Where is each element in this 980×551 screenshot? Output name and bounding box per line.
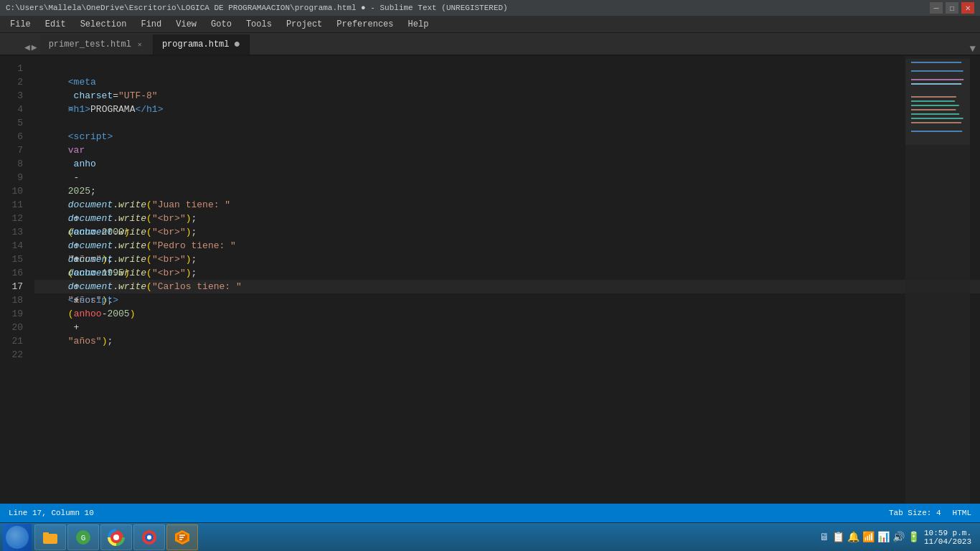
menu-selection[interactable]: Selection (73, 16, 134, 32)
status-left: Line 17, Column 10 (9, 509, 94, 517)
clock-time: 10:59 p.m. (924, 529, 971, 537)
code-line-7 (34, 143, 980, 157)
status-tab-size[interactable]: Tab Size: 4 (889, 509, 941, 517)
menu-help[interactable]: Help (401, 16, 436, 32)
taskbar-app-sublime[interactable] (166, 524, 198, 550)
menu-view[interactable]: View (169, 16, 204, 32)
tray-icons: 🖥 📋 🔔 📶 📊 🔊 🔋 (819, 531, 920, 543)
close-button[interactable]: ✕ (961, 2, 974, 14)
start-button[interactable] (3, 524, 32, 551)
code-line-9: document.write("Juan tiene: " + (anho-20… (34, 171, 980, 184)
menu-find[interactable]: Find (133, 16, 169, 32)
minimize-button[interactable]: ─ (930, 2, 943, 14)
code-line-6: var anho - 2025; (34, 130, 980, 143)
taskbar-app-explorer[interactable] (34, 524, 66, 550)
code-line-20 (34, 321, 980, 334)
menu-project[interactable]: Project (279, 16, 329, 32)
tab-label-programa: programa.html (162, 39, 230, 50)
tray-sound-icon: 🔊 (892, 531, 905, 543)
taskbar: G (0, 522, 980, 551)
tray-signal-icon: 📊 (877, 531, 890, 543)
menu-tools[interactable]: Tools (239, 16, 279, 32)
tab-prev-arrow[interactable]: ◀ (24, 42, 30, 53)
tray-bluetooth-icon: 📶 (862, 531, 875, 543)
tab-programa[interactable]: programa.html ● (154, 34, 250, 55)
tray-monitor-icon: 🖥 (819, 532, 829, 543)
status-syntax[interactable]: HTML (953, 509, 971, 517)
menu-preferences[interactable]: Preferences (329, 16, 400, 32)
green-app-icon: G (75, 529, 92, 546)
code-editor[interactable]: <meta charset="UTF-8" > <h1>PROGRAMA</h1… (29, 56, 980, 504)
windows-orb-icon (6, 526, 29, 549)
code-line-22 (34, 348, 980, 362)
taskbar-app-green[interactable]: G (67, 524, 99, 550)
taskbar-right: 🖥 📋 🔔 📶 📊 🔊 🔋 10:59 p.m. 11/04/2023 (819, 529, 977, 546)
code-line-1: <meta charset="UTF-8" > (34, 62, 980, 75)
svg-point-8 (113, 534, 119, 540)
taskbar-app-chrome2[interactable] (133, 524, 165, 550)
status-bar: Line 17, Column 10 Tab Size: 4 HTML (0, 504, 980, 522)
code-line-3: <h1>PROGRAMA</h1> (34, 89, 980, 103)
code-line-4 (34, 103, 980, 116)
code-line-19 (34, 307, 980, 321)
editor-area: 1 2 3 4 5 6 7 8 9 10 11 12 13 14 15 16 1… (0, 56, 980, 504)
title-bar: C:\Users\Mallela\OneDrive\Escritorio\LOG… (0, 0, 980, 16)
svg-text:G: G (81, 534, 86, 542)
taskbar-app-chrome[interactable] (100, 524, 132, 550)
code-line-21 (34, 334, 980, 348)
clock-date: 11/04/2023 (924, 537, 971, 546)
code-line-8 (34, 157, 980, 171)
tab-dropdown-button[interactable]: ▼ (970, 43, 980, 55)
code-line-2 (34, 75, 980, 89)
status-position[interactable]: Line 17, Column 10 (9, 509, 94, 517)
menu-file[interactable]: File (3, 16, 38, 32)
tab-bar: ◀ ▶ primer_test.html ✕ programa.html ● ▼ (0, 33, 980, 56)
tab-close-primer-test[interactable]: ✕ (136, 40, 144, 49)
menu-edit[interactable]: Edit (38, 16, 73, 32)
window-controls: ─ □ ✕ (930, 2, 974, 14)
tray-app1-icon: 📋 (832, 531, 844, 543)
svg-rect-0 (43, 534, 57, 544)
tab-primer-test[interactable]: primer_test.html ✕ (40, 34, 154, 55)
menu-goto[interactable]: Goto (204, 16, 239, 32)
folder-icon (42, 529, 59, 546)
code-line-5: <script> (34, 116, 980, 130)
chrome-icon (108, 529, 125, 546)
tab-label: primer_test.html (49, 39, 131, 50)
tray-battery-icon: 🔋 (908, 531, 920, 543)
tray-app2-icon: 🔔 (847, 531, 859, 543)
minimap[interactable] (905, 56, 970, 504)
minimap-canvas (905, 59, 970, 145)
tab-dirty-indicator: ● (234, 39, 241, 50)
svg-rect-1 (43, 532, 49, 535)
code-line-10: document.write("<br>"); (34, 184, 980, 198)
maximize-button[interactable]: □ (946, 2, 958, 14)
code-line-18 (34, 293, 980, 307)
title-path: C:\Users\Mallela\OneDrive\Escritorio\LOG… (6, 4, 508, 12)
chrome2-icon (141, 529, 158, 546)
sublime-icon (174, 529, 191, 546)
tab-nav-arrows[interactable]: ◀ ▶ (22, 40, 40, 55)
svg-point-11 (147, 535, 151, 540)
line-numbers: 1 2 3 4 5 6 7 8 9 10 11 12 13 14 15 16 1… (0, 56, 29, 504)
taskbar-apps: G (34, 524, 198, 550)
tab-next-arrow[interactable]: ▶ (32, 42, 37, 53)
status-right: Tab Size: 4 HTML (889, 509, 971, 517)
menu-bar: File Edit Selection Find View Goto Tools… (0, 16, 980, 33)
system-clock[interactable]: 10:59 p.m. 11/04/2023 (924, 529, 971, 546)
